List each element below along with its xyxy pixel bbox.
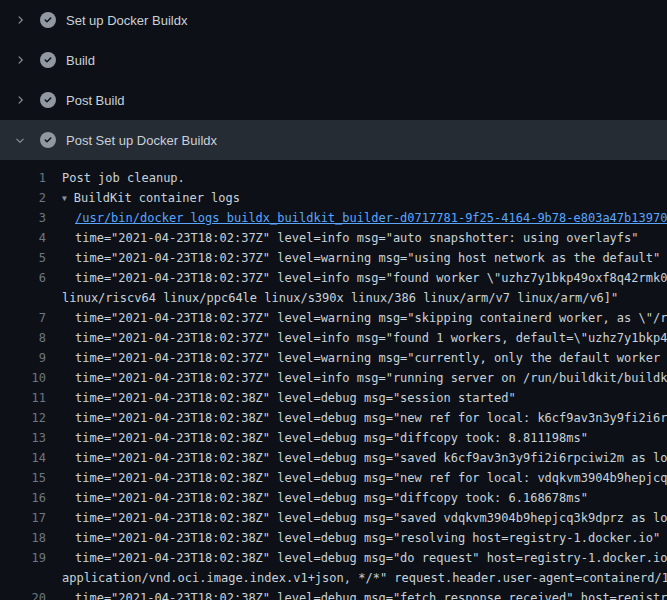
step-header-set-up-docker-buildx[interactable]: Set up Docker Buildx [0,0,667,40]
log-line-1: 1Post job cleanup. [0,168,667,188]
line-number[interactable]: 13 [0,428,46,448]
log-group-toggle[interactable]: 2▼BuildKit container logs [0,188,667,208]
log-line-5: 5time="2021-04-23T18:02:37Z" level=warni… [0,248,667,268]
log-text: time="2021-04-23T18:02:38Z" level=debug … [62,468,667,488]
line-number[interactable]: 10 [0,368,46,388]
log-line-15: 15time="2021-04-23T18:02:38Z" level=debu… [0,468,667,488]
log-text: time="2021-04-23T18:02:38Z" level=debug … [62,488,667,508]
log-line-18: 18time="2021-04-23T18:02:38Z" level=debu… [0,528,667,548]
log-line-4: 4time="2021-04-23T18:02:37Z" level=info … [0,228,667,248]
log-text: time="2021-04-23T18:02:37Z" level=info m… [62,268,667,288]
line-number[interactable]: 8 [0,328,46,348]
log-text: time="2021-04-23T18:02:38Z" level=debug … [62,588,667,600]
log-text: time="2021-04-23T18:02:37Z" level=warnin… [62,248,667,268]
step-label: Build [66,53,95,68]
log-text: time="2021-04-23T18:02:38Z" level=debug … [62,448,667,468]
step-header-build[interactable]: Build [0,40,667,80]
line-number[interactable]: 5 [0,248,46,268]
log-command: /usr/bin/docker logs buildx_buildkit_bui… [62,208,667,228]
line-number[interactable]: 16 [0,488,46,508]
log-line-6: 6time="2021-04-23T18:02:37Z" level=info … [0,268,667,288]
log-text: time="2021-04-23T18:02:38Z" level=debug … [62,428,667,448]
log-line-wrap: application/vnd.oci.image.index.v1+json,… [0,568,667,588]
log-line-12: 12time="2021-04-23T18:02:38Z" level=debu… [0,408,667,428]
line-number[interactable]: 7 [0,308,46,328]
line-number[interactable]: 4 [0,228,46,248]
log-line-11: 11time="2021-04-23T18:02:38Z" level=debu… [0,388,667,408]
step-header-post-set-up-docker-buildx[interactable]: Post Set up Docker Buildx [0,120,667,160]
line-number[interactable]: 9 [0,348,46,368]
log-line-9: 9time="2021-04-23T18:02:37Z" level=warni… [0,348,667,368]
line-number [0,288,46,308]
line-number[interactable]: 20 [0,588,46,600]
log-text: time="2021-04-23T18:02:38Z" level=debug … [62,408,667,428]
check-circle-icon [40,92,66,108]
line-number[interactable]: 18 [0,528,46,548]
step-label: Post Build [66,93,125,108]
chevron-right-icon [14,14,40,26]
line-number[interactable]: 15 [0,468,46,488]
log-line-17: 17time="2021-04-23T18:02:38Z" level=debu… [0,508,667,528]
log-line-3: 3/usr/bin/docker logs buildx_buildkit_bu… [0,208,667,228]
check-circle-icon [40,132,66,148]
triangle-down-icon: ▼ [62,189,67,208]
steps-list: Set up Docker BuildxBuildPost BuildPost … [0,0,667,160]
log-text: time="2021-04-23T18:02:38Z" level=debug … [62,508,667,528]
line-number[interactable]: 6 [0,268,46,288]
log-text: time="2021-04-23T18:02:37Z" level=info m… [62,368,667,388]
line-number[interactable]: 17 [0,508,46,528]
log-text: application/vnd.oci.image.index.v1+json,… [62,568,667,588]
log-line-10: 10time="2021-04-23T18:02:37Z" level=info… [0,368,667,388]
line-number[interactable]: 11 [0,388,46,408]
line-number[interactable]: 3 [0,208,46,228]
chevron-right-icon [14,94,40,106]
check-circle-icon [40,12,66,28]
log-line-14: 14time="2021-04-23T18:02:38Z" level=debu… [0,448,667,468]
check-circle-icon [40,52,66,68]
log-line-8: 8time="2021-04-23T18:02:37Z" level=info … [0,328,667,348]
log-line-7: 7time="2021-04-23T18:02:37Z" level=warni… [0,308,667,328]
log-text: time="2021-04-23T18:02:38Z" level=debug … [62,548,667,568]
line-number[interactable]: 1 [0,168,46,188]
log-line-wrap: linux/riscv64 linux/ppc64le linux/s390x … [0,288,667,308]
actions-log-viewer: Set up Docker BuildxBuildPost BuildPost … [0,0,667,600]
line-number [0,568,46,588]
line-number[interactable]: 14 [0,448,46,468]
line-number[interactable]: 12 [0,408,46,428]
line-number[interactable]: 2 [0,188,46,208]
log-text: time="2021-04-23T18:02:37Z" level=warnin… [62,308,667,328]
log-text: time="2021-04-23T18:02:38Z" level=debug … [62,528,667,548]
line-number[interactable]: 19 [0,548,46,568]
log-group-title: BuildKit container logs [74,191,240,205]
log-text: time="2021-04-23T18:02:37Z" level=info m… [62,228,667,248]
log-output: 1Post job cleanup.2▼BuildKit container l… [0,160,667,600]
chevron-down-icon [14,134,40,146]
step-label: Set up Docker Buildx [66,13,187,28]
log-line-20: 20time="2021-04-23T18:02:38Z" level=debu… [0,588,667,600]
step-header-post-build[interactable]: Post Build [0,80,667,120]
chevron-right-icon [14,54,40,66]
log-line-19: 19time="2021-04-23T18:02:38Z" level=debu… [0,548,667,568]
log-text: Post job cleanup. [62,168,667,188]
log-text: time="2021-04-23T18:02:37Z" level=warnin… [62,348,667,368]
log-line-16: 16time="2021-04-23T18:02:38Z" level=debu… [0,488,667,508]
log-line-13: 13time="2021-04-23T18:02:38Z" level=debu… [0,428,667,448]
log-text: linux/riscv64 linux/ppc64le linux/s390x … [62,288,667,308]
log-text: time="2021-04-23T18:02:38Z" level=debug … [62,388,667,408]
log-text: time="2021-04-23T18:02:37Z" level=info m… [62,328,667,348]
step-label: Post Set up Docker Buildx [66,133,217,148]
